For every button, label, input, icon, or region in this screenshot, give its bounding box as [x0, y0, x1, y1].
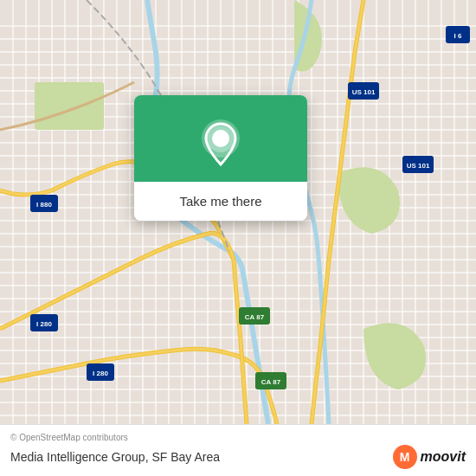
map-container: I 880 I 280 I 280 US 101 US 101 I 6 CA 8… — [0, 0, 476, 424]
svg-text:US 101: US 101 — [407, 162, 430, 170]
svg-rect-68 — [35, 82, 104, 130]
popup-green-header — [134, 95, 307, 182]
svg-text:CA 87: CA 87 — [261, 378, 281, 386]
location-pin-icon — [202, 119, 240, 166]
popup-card: Take me there — [134, 95, 307, 221]
location-name: Media Intelligence Group, SF Bay Area — [10, 450, 220, 464]
moovit-logo: M moovit — [393, 445, 466, 469]
moovit-icon: M — [393, 445, 417, 469]
moovit-text: moovit — [421, 449, 466, 465]
svg-text:I 880: I 880 — [36, 201, 52, 209]
svg-text:I 280: I 280 — [93, 370, 108, 377]
map-attribution: © OpenStreetMap contributors — [10, 433, 466, 442]
svg-text:I 280: I 280 — [36, 320, 52, 328]
take-me-there-button[interactable]: Take me there — [134, 182, 307, 221]
bottom-bar: © OpenStreetMap contributors Media Intel… — [0, 424, 476, 476]
bottom-row: Media Intelligence Group, SF Bay Area M … — [10, 445, 466, 469]
svg-text:US 101: US 101 — [352, 88, 376, 96]
svg-text:I 6: I 6 — [454, 32, 462, 40]
svg-text:CA 87: CA 87 — [245, 313, 265, 321]
